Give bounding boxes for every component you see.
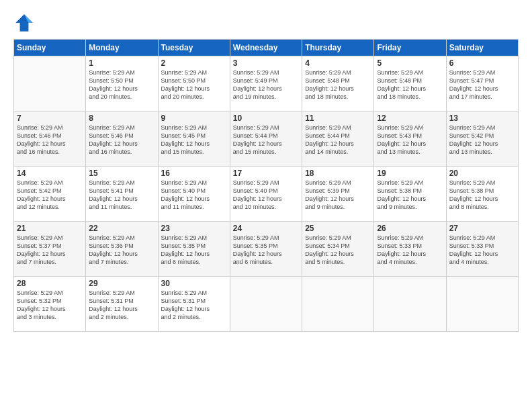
day-number: 13 (449, 113, 515, 123)
calendar-day-cell: 16Sunrise: 5:29 AM Sunset: 5:40 PM Dayli… (158, 167, 230, 222)
day-header-tuesday: Tuesday (158, 40, 230, 56)
day-info: Sunrise: 5:29 AM Sunset: 5:35 PM Dayligh… (233, 234, 299, 267)
calendar-day-cell: 12Sunrise: 5:29 AM Sunset: 5:43 PM Dayli… (374, 111, 446, 167)
day-info: Sunrise: 5:29 AM Sunset: 5:38 PM Dayligh… (377, 179, 443, 212)
day-number: 14 (17, 169, 83, 178)
day-number: 20 (449, 169, 515, 178)
calendar-day-cell: 1Sunrise: 5:29 AM Sunset: 5:50 PM Daylig… (86, 56, 158, 111)
day-header-sunday: Sunday (14, 40, 86, 56)
day-info: Sunrise: 5:29 AM Sunset: 5:49 PM Dayligh… (233, 68, 299, 101)
day-number: 24 (233, 224, 299, 233)
calendar-day-cell: 29Sunrise: 5:29 AM Sunset: 5:31 PM Dayli… (86, 277, 158, 332)
calendar-day-cell: 14Sunrise: 5:29 AM Sunset: 5:42 PM Dayli… (14, 167, 86, 222)
day-number: 15 (89, 169, 154, 178)
day-header-friday: Friday (374, 40, 446, 56)
day-header-wednesday: Wednesday (230, 40, 302, 56)
logo (13, 12, 38, 34)
day-number: 16 (161, 169, 227, 178)
day-number: 4 (305, 58, 371, 68)
calendar-day-cell: 18Sunrise: 5:29 AM Sunset: 5:39 PM Dayli… (302, 167, 374, 222)
calendar-week-row: 1Sunrise: 5:29 AM Sunset: 5:50 PM Daylig… (14, 56, 519, 111)
day-info: Sunrise: 5:29 AM Sunset: 5:44 PM Dayligh… (233, 124, 299, 156)
day-number: 11 (305, 113, 371, 123)
calendar-day-cell: 24Sunrise: 5:29 AM Sunset: 5:35 PM Dayli… (230, 222, 302, 277)
day-info: Sunrise: 5:29 AM Sunset: 5:43 PM Dayligh… (377, 124, 443, 156)
calendar-day-cell: 5Sunrise: 5:29 AM Sunset: 5:48 PM Daylig… (374, 56, 446, 111)
day-number: 2 (161, 58, 227, 68)
day-number: 7 (17, 113, 83, 123)
calendar-day-cell: 28Sunrise: 5:29 AM Sunset: 5:32 PM Dayli… (14, 277, 86, 332)
calendar-week-row: 21Sunrise: 5:29 AM Sunset: 5:37 PM Dayli… (14, 222, 519, 277)
page-header (13, 12, 519, 34)
calendar-day-cell (14, 56, 86, 111)
day-number: 5 (377, 58, 443, 68)
calendar-day-cell (230, 277, 302, 332)
day-info: Sunrise: 5:29 AM Sunset: 5:39 PM Dayligh… (305, 179, 371, 212)
day-info: Sunrise: 5:29 AM Sunset: 5:47 PM Dayligh… (449, 68, 515, 101)
calendar-day-cell: 17Sunrise: 5:29 AM Sunset: 5:40 PM Dayli… (230, 167, 302, 222)
day-number: 6 (449, 58, 515, 68)
day-number: 22 (89, 224, 154, 233)
day-info: Sunrise: 5:29 AM Sunset: 5:33 PM Dayligh… (377, 234, 443, 267)
calendar-day-cell: 6Sunrise: 5:29 AM Sunset: 5:47 PM Daylig… (446, 56, 518, 111)
day-number: 27 (449, 224, 515, 233)
day-info: Sunrise: 5:29 AM Sunset: 5:46 PM Dayligh… (89, 124, 154, 156)
day-number: 3 (233, 58, 299, 68)
calendar-day-cell: 21Sunrise: 5:29 AM Sunset: 5:37 PM Dayli… (14, 222, 86, 277)
day-info: Sunrise: 5:29 AM Sunset: 5:41 PM Dayligh… (89, 179, 154, 212)
calendar-day-cell: 23Sunrise: 5:29 AM Sunset: 5:35 PM Dayli… (158, 222, 230, 277)
calendar-day-cell: 4Sunrise: 5:29 AM Sunset: 5:48 PM Daylig… (302, 56, 374, 111)
calendar-week-row: 7Sunrise: 5:29 AM Sunset: 5:46 PM Daylig… (14, 111, 519, 167)
calendar-day-cell: 11Sunrise: 5:29 AM Sunset: 5:44 PM Dayli… (302, 111, 374, 167)
day-info: Sunrise: 5:29 AM Sunset: 5:45 PM Dayligh… (161, 124, 227, 156)
day-number: 1 (89, 58, 154, 68)
calendar-day-cell: 15Sunrise: 5:29 AM Sunset: 5:41 PM Dayli… (86, 167, 158, 222)
day-number: 12 (377, 113, 443, 123)
calendar-day-cell: 2Sunrise: 5:29 AM Sunset: 5:50 PM Daylig… (158, 56, 230, 111)
day-info: Sunrise: 5:29 AM Sunset: 5:50 PM Dayligh… (161, 68, 227, 101)
day-header-thursday: Thursday (302, 40, 374, 56)
day-number: 30 (161, 279, 227, 288)
day-number: 19 (377, 169, 443, 178)
day-header-monday: Monday (86, 40, 158, 56)
calendar-day-cell: 3Sunrise: 5:29 AM Sunset: 5:49 PM Daylig… (230, 56, 302, 111)
calendar-table: SundayMondayTuesdayWednesdayThursdayFrid… (13, 39, 519, 332)
day-info: Sunrise: 5:29 AM Sunset: 5:44 PM Dayligh… (305, 124, 371, 156)
day-info: Sunrise: 5:29 AM Sunset: 5:40 PM Dayligh… (233, 179, 299, 212)
calendar-header-row: SundayMondayTuesdayWednesdayThursdayFrid… (14, 40, 519, 56)
day-info: Sunrise: 5:29 AM Sunset: 5:37 PM Dayligh… (17, 234, 83, 267)
day-info: Sunrise: 5:29 AM Sunset: 5:42 PM Dayligh… (17, 179, 83, 212)
calendar-day-cell: 20Sunrise: 5:29 AM Sunset: 5:38 PM Dayli… (446, 167, 518, 222)
day-number: 17 (233, 169, 299, 178)
day-info: Sunrise: 5:29 AM Sunset: 5:34 PM Dayligh… (305, 234, 371, 267)
calendar-week-row: 28Sunrise: 5:29 AM Sunset: 5:32 PM Dayli… (14, 277, 519, 332)
day-info: Sunrise: 5:29 AM Sunset: 5:31 PM Dayligh… (161, 289, 227, 322)
calendar-day-cell: 9Sunrise: 5:29 AM Sunset: 5:45 PM Daylig… (158, 111, 230, 167)
calendar-day-cell (446, 277, 518, 332)
logo-icon (13, 12, 35, 34)
day-number: 8 (89, 113, 154, 123)
day-info: Sunrise: 5:29 AM Sunset: 5:42 PM Dayligh… (449, 124, 515, 156)
calendar-day-cell: 7Sunrise: 5:29 AM Sunset: 5:46 PM Daylig… (14, 111, 86, 167)
day-info: Sunrise: 5:29 AM Sunset: 5:31 PM Dayligh… (89, 289, 154, 322)
calendar-week-row: 14Sunrise: 5:29 AM Sunset: 5:42 PM Dayli… (14, 167, 519, 222)
calendar-day-cell: 27Sunrise: 5:29 AM Sunset: 5:33 PM Dayli… (446, 222, 518, 277)
day-number: 21 (17, 224, 83, 233)
day-number: 23 (161, 224, 227, 233)
day-info: Sunrise: 5:29 AM Sunset: 5:36 PM Dayligh… (89, 234, 154, 267)
day-number: 10 (233, 113, 299, 123)
calendar-day-cell: 19Sunrise: 5:29 AM Sunset: 5:38 PM Dayli… (374, 167, 446, 222)
calendar-day-cell: 25Sunrise: 5:29 AM Sunset: 5:34 PM Dayli… (302, 222, 374, 277)
day-info: Sunrise: 5:29 AM Sunset: 5:48 PM Dayligh… (377, 68, 443, 101)
day-info: Sunrise: 5:29 AM Sunset: 5:46 PM Dayligh… (17, 124, 83, 156)
day-info: Sunrise: 5:29 AM Sunset: 5:38 PM Dayligh… (449, 179, 515, 212)
day-info: Sunrise: 5:29 AM Sunset: 5:32 PM Dayligh… (17, 289, 83, 322)
calendar-day-cell (302, 277, 374, 332)
calendar-day-cell: 22Sunrise: 5:29 AM Sunset: 5:36 PM Dayli… (86, 222, 158, 277)
day-number: 28 (17, 279, 83, 288)
day-number: 26 (377, 224, 443, 233)
day-info: Sunrise: 5:29 AM Sunset: 5:50 PM Dayligh… (89, 68, 154, 101)
day-info: Sunrise: 5:29 AM Sunset: 5:48 PM Dayligh… (305, 68, 371, 101)
day-number: 25 (305, 224, 371, 233)
calendar-day-cell: 26Sunrise: 5:29 AM Sunset: 5:33 PM Dayli… (374, 222, 446, 277)
